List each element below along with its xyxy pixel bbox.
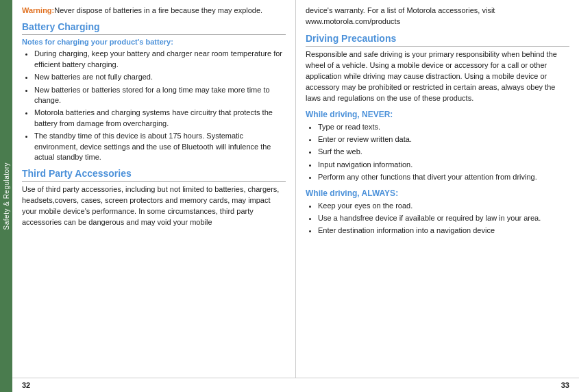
list-item: Motorola batteries and charging systems … [34, 108, 286, 129]
warning-text: Never dispose of batteries in a fire bec… [54, 6, 262, 14]
warning-paragraph: Warning:Never dispose of batteries in a … [22, 5, 286, 16]
main-content: Warning:Never dispose of batteries in a … [12, 0, 579, 392]
list-item: Keep your eyes on the road. [318, 201, 569, 211]
while-driving-never-title: While driving, NEVER: [306, 110, 569, 119]
side-tab: Safety & Regulatory [0, 0, 12, 392]
list-item: New batteries or batteries stored for a … [34, 85, 286, 106]
list-item: Surf the web. [318, 147, 569, 157]
list-item: Perform any other functions that divert … [318, 172, 569, 182]
battery-charging-title: Battery Charging [22, 21, 286, 35]
columns: Warning:Never dispose of batteries in a … [12, 0, 579, 378]
left-column: Warning:Never dispose of batteries in a … [12, 0, 296, 378]
third-party-text: Use of third party accessories, includin… [22, 184, 286, 228]
list-item: Input navigation information. [318, 160, 569, 170]
driving-precautions-title: Driving Precautions [306, 33, 569, 47]
left-page-number: 32 [22, 381, 30, 389]
driving-intro: Responsible and safe driving is your pri… [306, 49, 569, 104]
list-item: Enter or review written data. [318, 134, 569, 145]
always-list: Keep your eyes on the road. Use a handsf… [318, 201, 569, 236]
battery-charging-list: During charging, keep your battery and c… [34, 49, 286, 162]
footer: 32 33 [12, 378, 579, 392]
warranty-text: device's warranty. For a list of Motorol… [306, 5, 569, 27]
list-item: Type or read texts. [318, 122, 569, 132]
list-item: Enter destination information into a nav… [318, 225, 569, 236]
warning-label: Warning: [22, 6, 54, 14]
right-column: device's warranty. For a list of Motorol… [296, 0, 579, 378]
list-item: New batteries are not fully charged. [34, 72, 286, 82]
never-list: Type or read texts. Enter or review writ… [318, 122, 569, 183]
right-page-number: 33 [561, 381, 569, 389]
list-item: The standby time of this device is about… [34, 131, 286, 162]
list-item: During charging, keep your battery and c… [34, 49, 286, 70]
list-item: Use a handsfree device if available or r… [318, 213, 569, 223]
third-party-title: Third Party Accessories [22, 168, 286, 182]
notes-title: Notes for charging your product's batter… [22, 38, 286, 46]
while-driving-always-title: While driving, ALWAYS: [306, 188, 569, 198]
side-tab-label: Safety & Regulatory [3, 162, 10, 230]
